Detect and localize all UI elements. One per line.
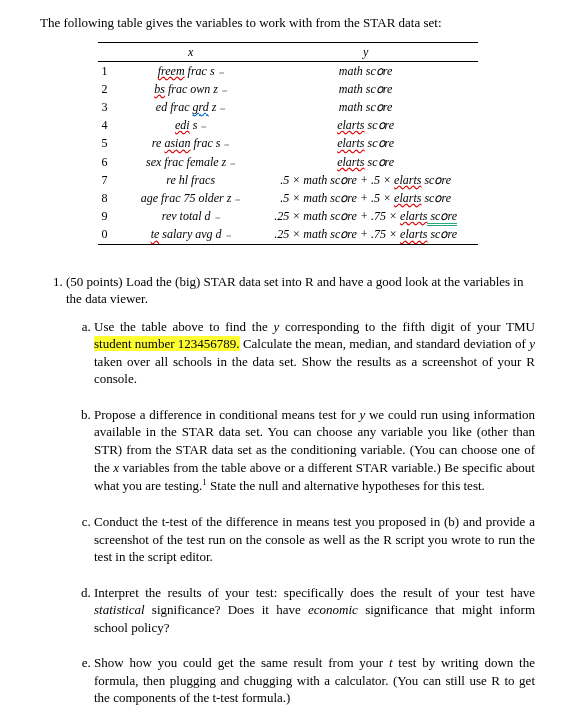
document-page: The following table gives the variables … — [0, 0, 575, 728]
col-header-x: x — [128, 42, 254, 61]
variable-table: x y 1 freem frac s ₋ math scᴏre 2 bs fra… — [98, 42, 478, 245]
col-header-y: y — [254, 42, 478, 61]
question-1: (50 points) Load the (big) STAR data set… — [66, 273, 535, 707]
points-label: (50 points) — [66, 274, 123, 289]
table-row: 9 rev total d ₋ .25 × math scᴏre + .75 ×… — [98, 207, 478, 225]
q1b: Propose a difference in conditional mean… — [94, 406, 535, 495]
table-row: 6 sex frac female z ₋ elarts scᴏre — [98, 153, 478, 171]
table-row: 4 edi s ₋ elarts scᴏre — [98, 116, 478, 134]
question-list: (50 points) Load the (big) STAR data set… — [40, 273, 535, 707]
highlighted-student-number: student number 123456789. — [94, 336, 240, 351]
q1-stem: Load the (big) STAR data set into R and … — [66, 274, 523, 307]
table-row: 2 bs frac own z ₋ math scᴏre — [98, 80, 478, 98]
q1d: Interpret the results of your test: spec… — [94, 584, 535, 637]
q1c: Conduct the t-test of the difference in … — [94, 513, 535, 566]
table-row: 5 re asian frac s ₋ elarts scᴏre — [98, 134, 478, 152]
table-row: 1 freem frac s ₋ math scᴏre — [98, 61, 478, 80]
table-row: 7 re hl fracs .5 × math scᴏre + .5 × ela… — [98, 171, 478, 189]
q1e: Show how you could get the same result f… — [94, 654, 535, 707]
table-row: 0 te salary avg d ₋ .25 × math scᴏre + .… — [98, 225, 478, 244]
subquestion-list: Use the table above to find the y corres… — [66, 318, 535, 707]
intro-text: The following table gives the variables … — [40, 14, 535, 32]
table-row: 3 ed frac grd z ₋ math scᴏre — [98, 98, 478, 116]
table-row: 8 age frac 75 older z ₋ .5 × math scᴏre … — [98, 189, 478, 207]
q1a: Use the table above to find the y corres… — [94, 318, 535, 388]
